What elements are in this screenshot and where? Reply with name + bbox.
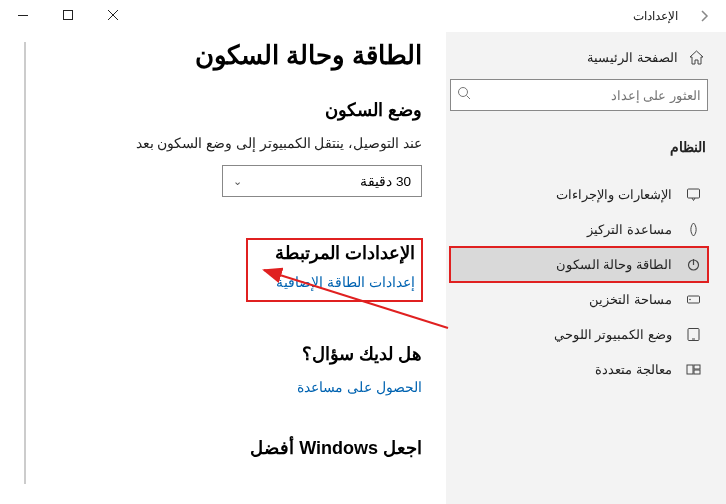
content-pane: الطاقة وحالة السكون وضع السكون عند التوص… [0, 32, 446, 504]
sidebar-item-label: الإشعارات والإجراءات [556, 187, 672, 202]
svg-rect-2 [63, 11, 72, 20]
sleep-section-title: وضع السكون [42, 99, 422, 121]
home-label: الصفحة الرئيسية [587, 50, 678, 65]
get-help-link[interactable]: الحصول على مساعدة [42, 379, 422, 395]
svg-point-4 [459, 88, 468, 97]
sidebar-item-label: معالجة متعددة [595, 362, 672, 377]
back-button[interactable] [694, 6, 714, 26]
sidebar-item-label: وضع الكمبيوتر اللوحي [554, 327, 672, 342]
section-title: النظام [450, 133, 708, 177]
search-icon [457, 86, 471, 104]
question-title: هل لديك سؤال؟ [42, 343, 422, 365]
svg-rect-6 [687, 189, 699, 198]
power-icon [684, 257, 702, 272]
sidebar-item-tablet[interactable]: وضع الكمبيوتر اللوحي [450, 317, 708, 352]
sidebar-item-notifications[interactable]: الإشعارات والإجراءات [450, 177, 708, 212]
home-icon [688, 50, 704, 65]
related-settings-box: الإعدادات المرتبطة إعدادات الطاقة الإضاف… [247, 239, 422, 301]
maximize-button[interactable] [45, 0, 90, 30]
svg-rect-14 [694, 365, 700, 369]
chevron-down-icon: ⌄ [233, 175, 242, 188]
search-input[interactable] [471, 88, 701, 103]
svg-rect-13 [687, 365, 693, 374]
svg-rect-15 [694, 370, 700, 374]
svg-line-5 [467, 96, 471, 100]
sleep-timeout-dropdown[interactable]: 30 دقيقة ⌄ [222, 165, 422, 197]
sleep-caption: عند التوصيل، ينتقل الكمبيوتر إلى وضع الس… [42, 135, 422, 151]
notifications-icon [684, 187, 702, 202]
sidebar-item-label: مساعدة التركيز [587, 222, 672, 237]
focus-icon [684, 222, 702, 237]
tablet-icon [684, 327, 702, 342]
home-link[interactable]: الصفحة الرئيسية [450, 42, 708, 79]
svg-point-10 [689, 299, 691, 301]
multitask-icon [684, 362, 702, 377]
sidebar-item-storage[interactable]: مساحة التخزين [450, 282, 708, 317]
sidebar: الصفحة الرئيسية النظام الإشعارات والإجرا… [446, 32, 726, 504]
sidebar-item-label: مساحة التخزين [589, 292, 672, 307]
search-box[interactable] [450, 79, 708, 111]
sidebar-item-multitask[interactable]: معالجة متعددة [450, 352, 708, 387]
sleep-timeout-value: 30 دقيقة [360, 173, 411, 189]
related-title: الإعدادات المرتبطة [248, 242, 415, 264]
close-button[interactable] [90, 0, 135, 30]
additional-power-settings-link[interactable]: إعدادات الطاقة الإضافية [248, 274, 415, 290]
minimize-button[interactable] [0, 0, 45, 30]
sidebar-item-focus[interactable]: مساعدة التركيز [450, 212, 708, 247]
sidebar-item-power[interactable]: الطاقة وحالة السكون [450, 247, 708, 282]
page-title: الطاقة وحالة السكون [42, 40, 422, 71]
sidebar-item-label: الطاقة وحالة السكون [556, 257, 672, 272]
window-title: الإعدادات [633, 9, 678, 23]
storage-icon [684, 292, 702, 307]
titlebar: الإعدادات [0, 0, 726, 32]
footer-title: اجعل Windows أفضل [42, 437, 422, 459]
